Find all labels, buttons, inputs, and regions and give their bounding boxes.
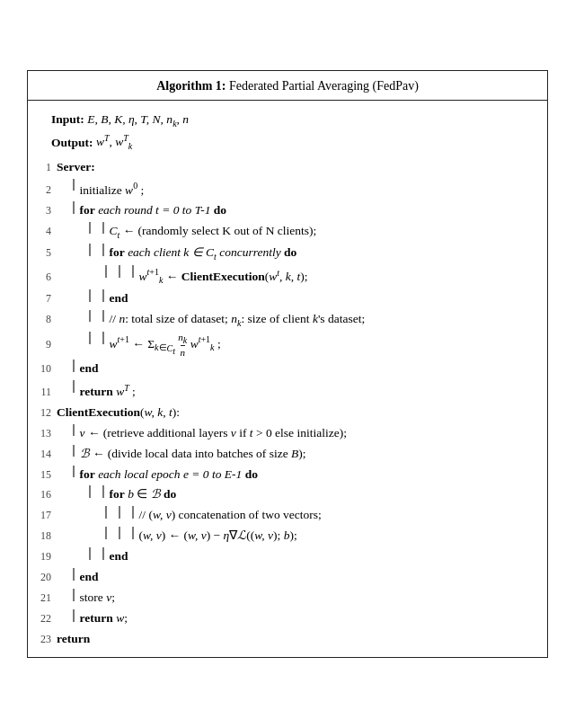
line-num-6: 6 — [37, 269, 57, 286]
algo-line-17: 17 // (w, v) concatenation of two vector… — [37, 505, 538, 526]
line-num-4: 4 — [37, 223, 57, 240]
line-text-23: return — [57, 630, 90, 649]
line-num-10: 10 — [37, 360, 57, 377]
line-text-14: ℬ ← (divide local data into batches of s… — [80, 445, 306, 464]
line-num-13: 13 — [37, 425, 57, 442]
line-num-11: 11 — [37, 384, 57, 401]
line-content-16: for b ∈ ℬ do — [57, 485, 538, 504]
vbar-17-2 — [119, 506, 120, 519]
algorithm-box: Algorithm 1: Federated Partial Averaging… — [27, 70, 548, 658]
algo-line-15: 15 for each local epoch e = 0 to E-1 do — [37, 465, 538, 485]
input-line: Input: E, B, K, η, T, N, nk, n — [51, 110, 538, 131]
line-text-7: end — [110, 289, 128, 308]
line-content-20: end — [57, 568, 538, 587]
line-num-22: 22 — [37, 610, 57, 627]
line-num-3: 3 — [37, 202, 57, 219]
vbar-4-2 — [102, 222, 104, 235]
algo-line-8: 8 // n: total size of dataset; nk: size … — [37, 309, 538, 331]
algo-line-23: 23 return — [37, 629, 538, 650]
vbar-16-1 — [89, 485, 91, 498]
algorithm-header: Algorithm 1: Federated Partial Averaging… — [28, 71, 547, 101]
vbar-7-2 — [102, 289, 104, 302]
vbar-10-1 — [73, 360, 75, 372]
algo-line-19: 19 end — [37, 546, 538, 567]
algo-line-11: 11 return wT ; — [37, 379, 538, 402]
algorithm-body: Input: E, B, K, η, T, N, nk, n Output: w… — [28, 101, 547, 657]
algo-line-4: 4 Ct ← (randomly select K out of N clien… — [37, 221, 538, 243]
line-content-9: wt+1 ← Σk∈Ct nkn wt+1k ; — [57, 332, 538, 358]
line-num-8: 8 — [37, 311, 57, 328]
line-content-21: store v; — [57, 589, 538, 608]
line-content-11: return wT ; — [57, 380, 538, 401]
line-content-17: // (w, v) concatenation of two vectors; — [57, 506, 538, 525]
line-num-21: 21 — [37, 590, 57, 607]
algo-line-13: 13 v ← (retrieve additional layers v if … — [37, 423, 538, 444]
algo-line-3: 3 for each round t = 0 to T-1 do — [37, 200, 538, 221]
vbar-16-2 — [102, 485, 104, 498]
line-content-22: return w; — [57, 609, 538, 628]
line-num-12: 12 — [37, 404, 57, 422]
algo-line-10: 10 end — [37, 359, 538, 379]
algo-line-14: 14 ℬ ← (divide local data into batches o… — [37, 444, 538, 465]
algo-line-18: 18 (w, v) ← (w, v) − η∇ℒ((w, v); b); — [37, 526, 538, 546]
line-num-5: 5 — [37, 244, 57, 262]
output-line: Output: wT, wTk — [51, 131, 538, 154]
line-text-16: for b ∈ ℬ do — [110, 485, 177, 504]
line-text-12: (w, k, t): — [140, 404, 180, 422]
input-value: E, B, K, η, T, N, nk, n — [87, 112, 189, 126]
vbar-21-1 — [73, 589, 75, 601]
vbar-7-1 — [89, 289, 91, 302]
line-text-3: for each round t = 0 to T-1 do — [80, 201, 227, 220]
vbar-15-1 — [73, 466, 75, 478]
line-content-10: end — [57, 360, 538, 378]
line-text-2: initialize w0 ; — [80, 179, 145, 200]
line-text-6: wt+1k ← ClientExecution(wt, k, t); — [139, 265, 308, 288]
vbar-9-2 — [102, 332, 104, 344]
line-text-22: return w; — [80, 609, 128, 628]
line-text-9: wt+1 ← Σk∈Ct nkn wt+1k ; — [110, 332, 221, 358]
line-content-14: ℬ ← (divide local data into batches of s… — [57, 445, 538, 464]
line-num-18: 18 — [37, 528, 57, 545]
line-num-16: 16 — [37, 486, 57, 503]
algo-line-5: 5 for each client k ∈ Ct concurrently do — [37, 243, 538, 264]
vbar-13-1 — [73, 424, 75, 437]
vbar-14-1 — [73, 445, 75, 457]
line-text-13: v ← (retrieve additional layers v if t >… — [80, 424, 347, 443]
vbar-5-1 — [89, 244, 91, 256]
line-content-3: for each round t = 0 to T-1 do — [57, 201, 538, 220]
line-num-1: 1 — [37, 159, 57, 176]
line-num-9: 9 — [37, 336, 57, 353]
line-num-20: 20 — [37, 569, 57, 586]
line-text-4: Ct ← (randomly select K out of N clients… — [110, 222, 317, 242]
vbar-8-2 — [102, 310, 104, 323]
line-content-4: Ct ← (randomly select K out of N clients… — [57, 222, 538, 242]
vbar-18-2 — [119, 527, 120, 539]
line-content-15: for each local epoch e = 0 to E-1 do — [57, 466, 538, 484]
line-content-2: initialize w0 ; — [57, 179, 538, 200]
line-num-23: 23 — [37, 631, 57, 648]
vbar-18-3 — [132, 527, 134, 539]
line-text-5: for each client k ∈ Ct concurrently do — [110, 244, 297, 263]
line-content-5: for each client k ∈ Ct concurrently do — [57, 244, 538, 263]
algo-line-21: 21 store v; — [37, 588, 538, 608]
line-content-1: Server: — [57, 158, 538, 177]
line-content-18: (w, v) ← (w, v) − η∇ℒ((w, v); b); — [57, 527, 538, 546]
line-content-7: end — [57, 289, 538, 308]
vbar-3-1 — [73, 201, 75, 214]
line-text-8: // n: total size of dataset; nk: size of… — [110, 310, 366, 330]
line-text-21: store v; — [80, 589, 115, 608]
line-content-23: return — [57, 630, 538, 649]
line-num-14: 14 — [37, 446, 57, 463]
input-label: Input: — [51, 112, 84, 126]
algo-line-22: 22 return w; — [37, 608, 538, 629]
line-num-2: 2 — [37, 182, 57, 199]
vbar-5-2 — [102, 244, 104, 256]
vbar-19-1 — [89, 547, 91, 560]
algorithm-io: Input: E, B, K, η, T, N, nk, n Output: w… — [37, 106, 538, 157]
output-value: wT, wTk — [96, 135, 132, 148]
vbar-22-1 — [73, 609, 75, 622]
algorithm-title: Algorithm 1: — [156, 79, 226, 93]
algo-line-2: 2 initialize w0 ; — [37, 178, 538, 200]
line-content-8: // n: total size of dataset; nk: size of… — [57, 310, 538, 330]
algo-line-7: 7 end — [37, 289, 538, 309]
